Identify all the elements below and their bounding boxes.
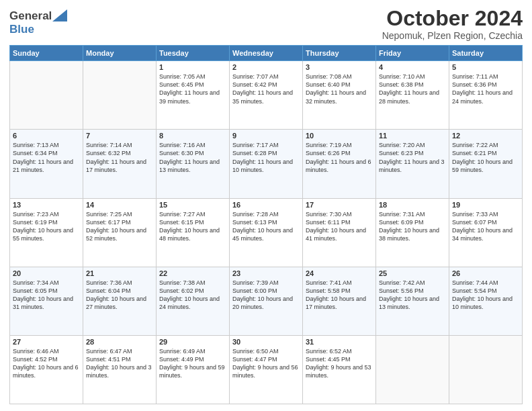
cell-info: Sunrise: 7:20 AM Sunset: 6:23 PM Dayligh… [379, 141, 446, 174]
col-header-monday: Monday [83, 46, 157, 61]
day-number: 8 [159, 132, 226, 140]
cell-info: Sunrise: 7:25 AM Sunset: 6:17 PM Dayligh… [86, 210, 153, 243]
day-cell: 10Sunrise: 7:19 AM Sunset: 6:26 PM Dayli… [303, 130, 376, 198]
day-number: 23 [232, 269, 300, 277]
day-number: 24 [306, 269, 373, 277]
cell-info: Sunrise: 7:38 AM Sunset: 6:02 PM Dayligh… [159, 279, 226, 312]
day-number: 22 [159, 269, 226, 277]
day-cell: 27Sunrise: 6:46 AM Sunset: 4:52 PM Dayli… [10, 335, 83, 404]
col-header-saturday: Saturday [449, 46, 523, 61]
logo: General Blue [9, 9, 67, 36]
cell-info: Sunrise: 7:08 AM Sunset: 6:40 PM Dayligh… [306, 73, 373, 105]
col-header-tuesday: Tuesday [157, 46, 230, 61]
cell-info: Sunrise: 7:05 AM Sunset: 6:45 PM Dayligh… [159, 73, 226, 105]
logo-blue-text: Blue [9, 23, 34, 36]
day-number: 12 [452, 132, 519, 140]
calendar-table: SundayMondayTuesdayWednesdayThursdayFrid… [9, 45, 523, 404]
day-number: 19 [452, 201, 519, 209]
day-cell: 25Sunrise: 7:42 AM Sunset: 5:56 PM Dayli… [376, 267, 449, 335]
day-cell: 7Sunrise: 7:14 AM Sunset: 6:32 PM Daylig… [83, 130, 157, 198]
day-cell: 29Sunrise: 6:49 AM Sunset: 4:49 PM Dayli… [157, 335, 230, 404]
cell-info: Sunrise: 6:46 AM Sunset: 4:52 PM Dayligh… [13, 347, 80, 380]
cell-info: Sunrise: 7:27 AM Sunset: 6:15 PM Dayligh… [159, 210, 226, 243]
cell-info: Sunrise: 7:10 AM Sunset: 6:38 PM Dayligh… [379, 73, 446, 105]
cell-info: Sunrise: 7:36 AM Sunset: 6:04 PM Dayligh… [86, 279, 153, 312]
day-number: 25 [379, 269, 446, 277]
day-number: 27 [13, 338, 80, 346]
day-cell: 30Sunrise: 6:50 AM Sunset: 4:47 PM Dayli… [230, 335, 303, 404]
day-cell: 3Sunrise: 7:08 AM Sunset: 6:40 PM Daylig… [303, 61, 376, 130]
day-number: 17 [306, 201, 373, 209]
cell-info: Sunrise: 7:22 AM Sunset: 6:21 PM Dayligh… [452, 141, 519, 174]
week-row-4: 20Sunrise: 7:34 AM Sunset: 6:05 PM Dayli… [10, 267, 523, 335]
col-header-thursday: Thursday [303, 46, 376, 61]
cell-info: Sunrise: 7:14 AM Sunset: 6:32 PM Dayligh… [86, 141, 153, 174]
day-number: 11 [379, 132, 446, 140]
day-cell: 16Sunrise: 7:28 AM Sunset: 6:13 PM Dayli… [230, 198, 303, 267]
cell-info: Sunrise: 7:19 AM Sunset: 6:26 PM Dayligh… [306, 141, 373, 174]
day-cell [10, 61, 83, 130]
cell-info: Sunrise: 7:39 AM Sunset: 6:00 PM Dayligh… [232, 279, 300, 312]
day-number: 16 [232, 201, 300, 209]
day-cell: 6Sunrise: 7:13 AM Sunset: 6:34 PM Daylig… [10, 130, 83, 198]
cell-info: Sunrise: 7:28 AM Sunset: 6:13 PM Dayligh… [232, 210, 300, 243]
cell-info: Sunrise: 6:50 AM Sunset: 4:47 PM Dayligh… [232, 347, 300, 380]
cell-info: Sunrise: 7:31 AM Sunset: 6:09 PM Dayligh… [379, 210, 446, 243]
day-cell: 20Sunrise: 7:34 AM Sunset: 6:05 PM Dayli… [10, 267, 83, 335]
day-number: 1 [159, 63, 226, 71]
cell-info: Sunrise: 7:34 AM Sunset: 6:05 PM Dayligh… [13, 279, 80, 312]
day-cell: 8Sunrise: 7:16 AM Sunset: 6:30 PM Daylig… [157, 130, 230, 198]
day-number: 20 [13, 269, 80, 277]
svg-marker-0 [52, 9, 67, 21]
cell-info: Sunrise: 7:11 AM Sunset: 6:36 PM Dayligh… [452, 73, 519, 105]
cell-info: Sunrise: 7:42 AM Sunset: 5:56 PM Dayligh… [379, 279, 446, 312]
day-cell: 31Sunrise: 6:52 AM Sunset: 4:45 PM Dayli… [303, 335, 376, 404]
day-number: 13 [13, 201, 80, 209]
logo-icon [52, 9, 67, 21]
calendar-header-row: SundayMondayTuesdayWednesdayThursdayFrid… [10, 46, 523, 61]
day-number: 21 [86, 269, 153, 277]
col-header-sunday: Sunday [10, 46, 83, 61]
day-cell: 11Sunrise: 7:20 AM Sunset: 6:23 PM Dayli… [376, 130, 449, 198]
week-row-1: 1Sunrise: 7:05 AM Sunset: 6:45 PM Daylig… [10, 61, 523, 130]
day-number: 31 [306, 338, 373, 346]
day-cell: 9Sunrise: 7:17 AM Sunset: 6:28 PM Daylig… [230, 130, 303, 198]
page: General Blue October 2024 Nepomuk, Plzen… [0, 0, 532, 411]
cell-info: Sunrise: 6:49 AM Sunset: 4:49 PM Dayligh… [159, 347, 226, 380]
week-row-3: 13Sunrise: 7:23 AM Sunset: 6:19 PM Dayli… [10, 198, 523, 267]
day-cell: 26Sunrise: 7:44 AM Sunset: 5:54 PM Dayli… [449, 267, 523, 335]
col-header-friday: Friday [376, 46, 449, 61]
day-number: 28 [86, 338, 153, 346]
subtitle: Nepomuk, Plzen Region, Czechia [382, 30, 523, 41]
cell-info: Sunrise: 6:52 AM Sunset: 4:45 PM Dayligh… [306, 347, 373, 380]
col-header-wednesday: Wednesday [230, 46, 303, 61]
day-number: 2 [232, 63, 300, 71]
cell-info: Sunrise: 7:13 AM Sunset: 6:34 PM Dayligh… [13, 141, 80, 174]
day-cell: 13Sunrise: 7:23 AM Sunset: 6:19 PM Dayli… [10, 198, 83, 267]
day-cell [83, 61, 157, 130]
day-cell: 17Sunrise: 7:30 AM Sunset: 6:11 PM Dayli… [303, 198, 376, 267]
week-row-5: 27Sunrise: 6:46 AM Sunset: 4:52 PM Dayli… [10, 335, 523, 404]
cell-info: Sunrise: 7:07 AM Sunset: 6:42 PM Dayligh… [232, 73, 300, 105]
day-cell: 22Sunrise: 7:38 AM Sunset: 6:02 PM Dayli… [157, 267, 230, 335]
day-cell: 5Sunrise: 7:11 AM Sunset: 6:36 PM Daylig… [449, 61, 523, 130]
header: General Blue October 2024 Nepomuk, Plzen… [9, 7, 523, 41]
day-number: 30 [232, 338, 300, 346]
day-cell [376, 335, 449, 404]
title-block: October 2024 Nepomuk, Plzen Region, Czec… [382, 7, 523, 41]
cell-info: Sunrise: 7:41 AM Sunset: 5:58 PM Dayligh… [306, 279, 373, 312]
week-row-2: 6Sunrise: 7:13 AM Sunset: 6:34 PM Daylig… [10, 130, 523, 198]
day-number: 9 [232, 132, 300, 140]
day-number: 6 [13, 132, 80, 140]
day-cell: 1Sunrise: 7:05 AM Sunset: 6:45 PM Daylig… [157, 61, 230, 130]
day-number: 29 [159, 338, 226, 346]
day-cell: 2Sunrise: 7:07 AM Sunset: 6:42 PM Daylig… [230, 61, 303, 130]
day-cell: 23Sunrise: 7:39 AM Sunset: 6:00 PM Dayli… [230, 267, 303, 335]
cell-info: Sunrise: 7:33 AM Sunset: 6:07 PM Dayligh… [452, 210, 519, 243]
day-number: 18 [379, 201, 446, 209]
cell-info: Sunrise: 7:16 AM Sunset: 6:30 PM Dayligh… [159, 141, 226, 174]
day-number: 10 [306, 132, 373, 140]
cell-info: Sunrise: 7:23 AM Sunset: 6:19 PM Dayligh… [13, 210, 80, 243]
cell-info: Sunrise: 6:47 AM Sunset: 4:51 PM Dayligh… [86, 347, 153, 380]
cell-info: Sunrise: 7:17 AM Sunset: 6:28 PM Dayligh… [232, 141, 300, 174]
